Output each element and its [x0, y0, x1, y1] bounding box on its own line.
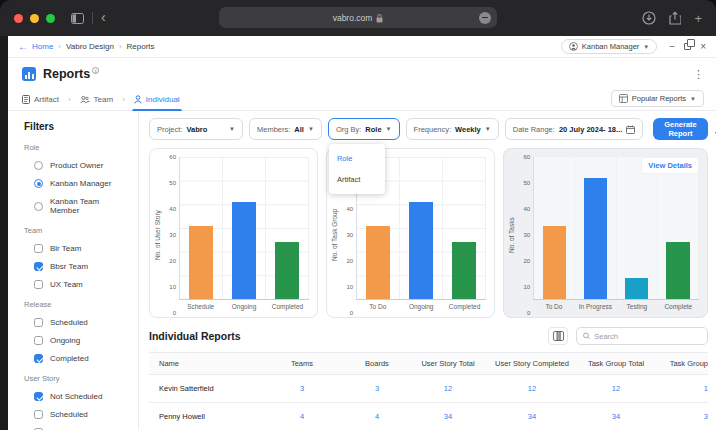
breadcrumb-project[interactable]: Vabro Design	[66, 42, 114, 51]
cell-value-link[interactable]: 34	[579, 403, 653, 430]
date-range-label: Date Range:	[513, 125, 555, 134]
search-icon	[583, 332, 590, 340]
cell-value-link[interactable]: 12	[653, 375, 708, 403]
bar-schedule	[189, 226, 213, 299]
info-icon[interactable]: i	[92, 67, 99, 74]
cell-value-link[interactable]: 12	[411, 375, 485, 403]
zoom-window-icon[interactable]	[46, 14, 55, 23]
breadcrumb-home[interactable]: Home	[32, 42, 53, 51]
reports-table-wrap: NameTeamsBoardsUser Story TotalUser Stor…	[149, 352, 708, 430]
search-box[interactable]	[576, 327, 708, 345]
new-tab-icon[interactable]: +	[694, 11, 702, 26]
chevron-down-icon: ▼	[386, 126, 392, 132]
cell-value-link[interactable]: 34	[653, 403, 708, 430]
filter-option-kanban-team-member[interactable]: Kanban Team Member	[34, 197, 130, 215]
frequency-select[interactable]: Frequency: Weekly ▼	[406, 118, 499, 140]
filter-option-scheduled[interactable]: Scheduled	[34, 318, 130, 327]
tab-team[interactable]: Team	[80, 95, 114, 110]
filter-option-blr-team[interactable]: Blr Team	[34, 244, 130, 253]
members-select[interactable]: Members: All ▼	[249, 118, 322, 140]
restore-icon[interactable]	[684, 43, 691, 50]
more-menu-icon[interactable]: ⋮	[693, 68, 704, 81]
project-select[interactable]: Project: Vabro ▼	[149, 118, 243, 140]
y-tick: 30	[169, 232, 176, 238]
app-bar: ← Home › Vabro Design › Reports Kanban M…	[8, 36, 716, 58]
filter-option-label: Kanban Manager	[50, 179, 111, 188]
filter-option-product-owner[interactable]: Product Owner	[34, 161, 130, 170]
y-tick: 0	[350, 310, 353, 316]
date-range-picker[interactable]: Date Range: 20 July 2024- 18...	[505, 118, 644, 140]
app-window: ← Home › Vabro Design › Reports Kanban M…	[8, 36, 716, 430]
menu-item-role[interactable]: Role	[329, 148, 385, 169]
cell-value-link[interactable]: 3	[343, 375, 411, 403]
role-selector[interactable]: Kanban Manager ▼	[561, 39, 658, 54]
share-icon[interactable]	[669, 11, 681, 25]
checkbox-checked-icon[interactable]	[34, 262, 43, 271]
filter-option-kanban-manager[interactable]: Kanban Manager	[34, 179, 130, 188]
cell-value-link[interactable]: 4	[343, 403, 411, 430]
checkbox-unchecked-icon[interactable]	[34, 244, 43, 253]
url-bar[interactable]: vabro.com	[219, 7, 497, 28]
category-column-testing	[617, 157, 658, 299]
minimize-window-icon[interactable]	[30, 14, 39, 23]
reader-badge-icon[interactable]	[479, 12, 491, 24]
plot-area	[179, 157, 309, 300]
sidebar-toggle-icon[interactable]	[71, 13, 84, 24]
column-header-task-group-completed[interactable]: Task Group Completed	[653, 353, 708, 375]
y-axis-label: No. of Tasks	[508, 157, 518, 313]
search-input[interactable]	[594, 332, 701, 341]
close-window-icon[interactable]	[14, 14, 23, 23]
radio-unchecked-icon[interactable]	[34, 202, 43, 211]
radio-checked-icon[interactable]	[34, 179, 43, 188]
filter-option-completed[interactable]: Completed	[34, 354, 130, 363]
filter-group-role: Role	[24, 143, 130, 152]
cell-value-link[interactable]: 4	[261, 403, 343, 430]
checkbox-unchecked-icon[interactable]	[34, 280, 43, 289]
filter-group-release: Release	[24, 300, 130, 309]
view-details-button[interactable]: View Details	[641, 157, 699, 174]
breadcrumb: Home › Vabro Design › Reports	[32, 42, 155, 51]
org-by-select[interactable]: Org By: Role ▼ Role Artifact	[328, 118, 400, 140]
checkbox-checked-icon[interactable]	[34, 354, 43, 363]
downloads-icon[interactable]	[642, 11, 656, 25]
column-header-task-group-total[interactable]: Task Group Total	[579, 353, 653, 375]
filter-option-bbsr-team[interactable]: Bbsr Team	[34, 262, 130, 271]
column-header-teams[interactable]: Teams	[261, 353, 343, 375]
filter-option-ongoing[interactable]: Ongoing	[34, 336, 130, 345]
filter-option-scheduled[interactable]: Scheduled	[34, 410, 130, 419]
checkbox-unchecked-icon[interactable]	[34, 318, 43, 327]
person-icon	[134, 95, 142, 104]
y-tick: 0	[527, 310, 530, 316]
traffic-lights	[14, 14, 55, 23]
cell-value-link[interactable]: 3	[261, 375, 343, 403]
columns-icon[interactable]	[548, 327, 568, 345]
tab-individual[interactable]: Individual	[134, 95, 180, 110]
checkbox-unchecked-icon[interactable]	[34, 336, 43, 345]
close-icon[interactable]: ×	[700, 41, 706, 52]
tab-artifact[interactable]: Artifact	[22, 95, 59, 110]
menu-item-artifact[interactable]: Artifact	[329, 169, 385, 190]
cell-value-link[interactable]: 34	[485, 403, 579, 430]
breadcrumb-current: Reports	[127, 42, 155, 51]
cell-value-link[interactable]: 12	[579, 375, 653, 403]
filter-option-ux-team[interactable]: UX Team	[34, 280, 130, 289]
filter-option-not-scheduled[interactable]: Not Scheduled	[34, 392, 130, 401]
column-header-boards[interactable]: Boards	[343, 353, 411, 375]
x-tick-label: Ongoing	[399, 300, 442, 313]
radio-unchecked-icon[interactable]	[34, 161, 43, 170]
cell-value-link[interactable]: 12	[485, 375, 579, 403]
x-tick-label: To Do	[533, 300, 574, 313]
browser-back-icon[interactable]: ‹	[101, 10, 106, 24]
column-header-name[interactable]: Name	[149, 353, 261, 375]
breadcrumb-separator: ›	[119, 42, 122, 51]
cell-value-link[interactable]: 34	[411, 403, 485, 430]
popular-reports-button[interactable]: Popular Reports ▼	[611, 90, 704, 107]
column-header-user-story-total[interactable]: User Story Total	[411, 353, 485, 375]
minimize-icon[interactable]: −	[669, 41, 675, 52]
back-arrow-icon[interactable]: ←	[18, 41, 28, 52]
chevron-down-icon: ▼	[643, 44, 649, 50]
generate-report-button[interactable]: Generate Report	[653, 118, 708, 140]
checkbox-checked-icon[interactable]	[34, 392, 43, 401]
checkbox-unchecked-icon[interactable]	[34, 410, 43, 419]
column-header-user-story-completed[interactable]: User Story Completed	[485, 353, 579, 375]
